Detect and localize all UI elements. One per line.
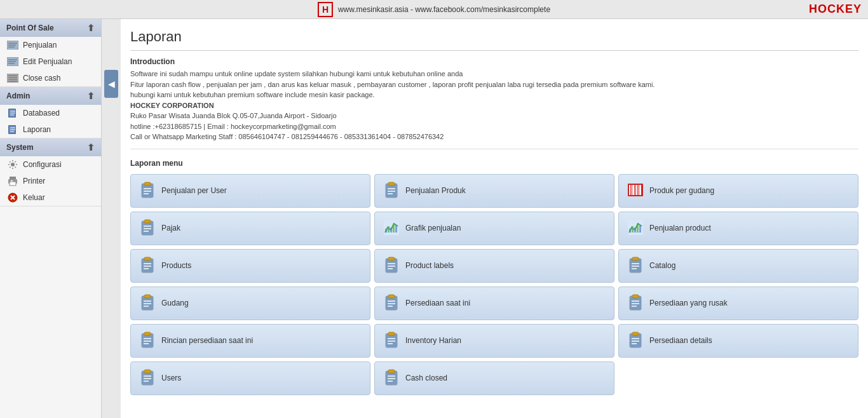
svg-rect-92: [632, 295, 639, 298]
intro-section: Introduction Software ini sudah mampu un…: [130, 57, 858, 149]
printer-icon: [6, 176, 19, 186]
report-label-users: Users: [161, 374, 181, 382]
report-btn-cash-closed[interactable]: Cash closed: [374, 361, 614, 395]
report-btn-persediaan-saat-ini[interactable]: Persediaan saat ini: [374, 287, 614, 320]
report-btn-catalog[interactable]: Catalog: [618, 249, 858, 283]
svg-rect-56: [388, 226, 390, 233]
report-icon-gudang: [139, 293, 156, 313]
report-label-grafik-penjualan: Grafik penjualan: [405, 224, 461, 233]
report-btn-penjualan-per-user[interactable]: Penjualan per User: [130, 174, 370, 208]
laporan-menu-label: Laporan menu: [130, 159, 858, 168]
sidebar-section-system: System ⬆ Configurasi Printer Keluar: [0, 138, 101, 206]
report-icon-persediaan-details: [627, 331, 644, 351]
report-btn-persediaan-yang-rusak[interactable]: Persediaan yang rusak: [618, 287, 858, 320]
svg-rect-97: [144, 332, 151, 335]
hockey-h-icon: H: [318, 2, 333, 17]
sidebar-system-label: System: [6, 143, 34, 152]
sidebar-item-edit-penjualan[interactable]: Edit Penjualan: [0, 53, 101, 70]
report-label-pajak: Pajak: [161, 224, 180, 233]
top-bar-logo: H www.mesinkasir.asia - www.facebook.com…: [318, 2, 550, 17]
svg-rect-45: [635, 185, 635, 195]
svg-rect-48: [639, 185, 641, 195]
sidebar-header-system[interactable]: System ⬆: [0, 138, 101, 156]
svg-rect-107: [632, 332, 639, 335]
close-cash-icon: [6, 73, 19, 83]
intro-text: Software ini sudah mampu untuk online up…: [130, 69, 858, 142]
report-icon-rincian-persediaan: [139, 331, 156, 351]
report-label-gudang: Gudang: [161, 299, 189, 307]
sidebar-section-pos: Point Of Sale ⬆ Penjualan Edit Penjualan: [0, 19, 101, 87]
report-btn-produk-per-gudang[interactable]: Produk per gudang: [618, 174, 858, 208]
sidebar-item-configurasi[interactable]: Configurasi: [0, 156, 101, 173]
report-btn-inventory-harian[interactable]: Inventory Harian: [374, 324, 614, 358]
report-btn-gudang[interactable]: Gudang: [130, 287, 370, 320]
report-icon-pajak: [139, 219, 156, 238]
sidebar-item-printer[interactable]: Printer: [0, 173, 101, 189]
sidebar-item-penjualan[interactable]: Penjualan: [0, 37, 101, 53]
intro-line-2: hubungi kami untuk kebutuhan premium sof…: [130, 90, 858, 100]
svg-rect-65: [639, 225, 641, 233]
intro-line-1: Fitur laporan cash flow , penjualan per …: [130, 79, 858, 90]
main-layout: Point Of Sale ⬆ Penjualan Edit Penjualan: [0, 19, 868, 418]
svg-rect-46: [636, 185, 637, 195]
svg-rect-72: [388, 257, 395, 260]
report-btn-rincian-persediaan[interactable]: Rincian persediaan saat ini: [130, 324, 370, 358]
sidebar-header-admin[interactable]: Admin ⬆: [0, 87, 101, 105]
sidebar-section-admin: Admin ⬆ Databased Laporan: [0, 87, 101, 138]
svg-rect-61: [629, 229, 631, 233]
exit-icon: [6, 192, 19, 203]
keluar-label: Keluar: [23, 193, 45, 202]
report-label-produk-per-gudang: Produk per gudang: [649, 186, 714, 195]
report-btn-penjualan-product[interactable]: Penjualan product: [618, 212, 858, 245]
svg-rect-64: [637, 224, 639, 233]
sidebar-item-close-cash[interactable]: Close cash: [0, 70, 101, 86]
report-label-persediaan-saat-ini: Persediaan saat ini: [405, 299, 470, 307]
report-icon-cash-closed: [383, 368, 400, 388]
report-icon-persediaan-saat-ini: [383, 293, 400, 313]
report-label-penjualan-product: Penjualan product: [649, 224, 711, 233]
intro-line-6: Call or Whatsapp Marketing Staff : 08564…: [130, 131, 858, 142]
intro-line-5: hotline :+62318685715 | Email : hockeyco…: [130, 121, 858, 132]
svg-rect-37: [388, 182, 395, 185]
report-icon-inventory-harian: [383, 331, 400, 351]
page-title: Laporan: [130, 29, 858, 51]
report-icon-grafik-penjualan: [383, 219, 400, 238]
svg-rect-63: [634, 227, 636, 233]
svg-rect-27: [11, 180, 13, 182]
report-btn-users[interactable]: Users: [130, 361, 370, 395]
intro-line-3: HOCKEY CORPORATION: [130, 100, 858, 111]
sidebar-header-pos[interactable]: Point Of Sale ⬆: [0, 19, 101, 37]
page-area: Laporan Introduction Software ini sudah …: [121, 19, 868, 418]
report-icon-catalog: [627, 256, 644, 276]
svg-rect-57: [390, 227, 392, 233]
report-icon-persediaan-yang-rusak: [627, 293, 644, 313]
report-grid-empty: [618, 361, 858, 395]
report-btn-products[interactable]: Products: [130, 249, 370, 283]
report-label-catalog: Catalog: [649, 261, 675, 270]
svg-rect-112: [144, 370, 151, 373]
top-bar: H www.mesinkasir.asia - www.facebook.com…: [0, 0, 868, 19]
report-btn-pajak[interactable]: Pajak: [130, 212, 370, 245]
main-content: ◀ Laporan Introduction Software ini suda…: [102, 19, 868, 418]
report-btn-penjualan-produk[interactable]: Penjualan Produk: [374, 174, 614, 208]
svg-rect-102: [388, 332, 395, 335]
svg-rect-32: [144, 182, 151, 185]
sidebar-item-laporan[interactable]: Laporan: [0, 121, 101, 138]
nav-arrow-panel: ◀: [102, 19, 121, 418]
report-btn-grafik-penjualan[interactable]: Grafik penjualan: [374, 212, 614, 245]
svg-rect-82: [144, 295, 151, 298]
report-btn-product-labels[interactable]: Product labels: [374, 249, 614, 283]
gear-icon: [6, 159, 19, 170]
report-btn-persediaan-details[interactable]: Persediaan details: [618, 324, 858, 358]
sidebar-item-databased[interactable]: Databased: [0, 105, 101, 121]
report-icon-users: [139, 368, 156, 388]
report-icon-produk-per-gudang: [627, 181, 644, 201]
svg-rect-26: [10, 182, 16, 185]
penjualan-label: Penjualan: [23, 41, 57, 50]
sidebar-item-keluar[interactable]: Keluar: [0, 189, 101, 206]
svg-rect-59: [395, 225, 397, 233]
svg-rect-117: [388, 370, 395, 373]
svg-rect-47: [638, 185, 639, 195]
nav-back-button[interactable]: ◀: [104, 70, 118, 98]
report-icon-penjualan-product: [627, 219, 644, 238]
